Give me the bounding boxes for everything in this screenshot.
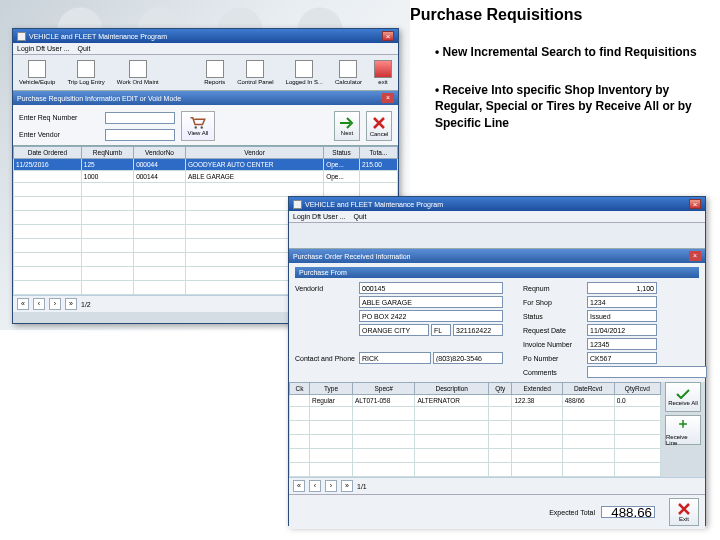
grid-header: CkTypeSpec#DescriptionQtyExtendedDateRcv… bbox=[290, 383, 661, 395]
titlebar[interactable]: VEHICLE and FLEET Maintenance Program × bbox=[289, 197, 705, 211]
menubar: Login Dft User ... Quit bbox=[13, 43, 398, 55]
grid-header: Date OrderedReqNumbVendorNoVendorStatusT… bbox=[14, 147, 398, 159]
field-pono[interactable] bbox=[587, 352, 657, 364]
vendor-addr1[interactable] bbox=[359, 310, 503, 322]
panel-close-icon[interactable]: × bbox=[689, 251, 701, 261]
close-icon[interactable]: × bbox=[689, 199, 701, 209]
table-row[interactable]: 11/25/2016125000044GOODYEAR AUTO CENTERO… bbox=[14, 159, 398, 171]
label-expected-total: Expected Total bbox=[549, 509, 595, 516]
tb-logged[interactable]: Logged In S... bbox=[286, 60, 323, 85]
pager-status: 1/1 bbox=[357, 483, 367, 490]
svg-point-0 bbox=[195, 126, 197, 128]
viewall-button[interactable]: View All bbox=[181, 111, 215, 141]
feature-bullets: • New Incremental Search to find Requisi… bbox=[435, 44, 705, 153]
label-invno: Invoice Number bbox=[523, 341, 583, 348]
page-title: Purchase Requisitions bbox=[410, 6, 583, 24]
field-status bbox=[587, 310, 657, 322]
plus-icon: ＋ bbox=[676, 415, 690, 433]
menu-quit[interactable]: Quit bbox=[354, 213, 367, 220]
tb-reports[interactable]: Reports bbox=[204, 60, 225, 85]
tb-exit[interactable]: exit bbox=[374, 60, 392, 85]
menu-quit[interactable]: Quit bbox=[78, 45, 91, 52]
arrow-right-icon bbox=[339, 117, 355, 129]
window-title: VEHICLE and FLEET Maintenance Program bbox=[29, 33, 167, 40]
window-po-received: VEHICLE and FLEET Maintenance Program × … bbox=[288, 196, 706, 526]
receive-all-button[interactable]: Receive All bbox=[665, 382, 701, 412]
pager-next-icon[interactable]: › bbox=[49, 298, 61, 310]
close-icon[interactable]: × bbox=[382, 31, 394, 41]
po-header-form: Purchase From VendorId Reqnum For Shop S… bbox=[289, 263, 705, 382]
search-form: Enter Req Number View All Next Cancel En… bbox=[13, 105, 398, 145]
input-vendorid[interactable] bbox=[359, 282, 503, 294]
pager-last-icon[interactable]: » bbox=[341, 480, 353, 492]
exit-button[interactable]: Exit bbox=[669, 498, 699, 526]
pager-prev-icon[interactable]: ‹ bbox=[33, 298, 45, 310]
menu-login[interactable]: Login Dft User ... bbox=[293, 213, 346, 220]
field-reqnum bbox=[587, 282, 657, 294]
panel-title: Purchase Order Received Information× bbox=[289, 249, 705, 263]
label-forshop: For Shop bbox=[523, 299, 583, 306]
pager-first-icon[interactable]: « bbox=[293, 480, 305, 492]
panel-title: Purchase Requisition Information EDIT or… bbox=[13, 91, 398, 105]
input-reqnum[interactable] bbox=[105, 112, 175, 124]
field-forshop[interactable] bbox=[587, 296, 657, 308]
menu-login[interactable]: Login Dft User ... bbox=[17, 45, 70, 52]
field-contact[interactable] bbox=[359, 352, 431, 364]
receive-buttons: Receive All ＋ Receive Line bbox=[665, 382, 701, 445]
pager-prev-icon[interactable]: ‹ bbox=[309, 480, 321, 492]
x-icon bbox=[677, 502, 691, 516]
label-contact: Contact and Phone bbox=[295, 355, 355, 362]
field-invno[interactable] bbox=[587, 338, 657, 350]
input-vendor[interactable] bbox=[105, 129, 175, 141]
label-vendor: Enter Vendor bbox=[19, 131, 99, 138]
lines-grid[interactable]: CkTypeSpec#DescriptionQtyExtendedDateRcv… bbox=[289, 382, 661, 477]
tb-vehicle[interactable]: Vehicle/Equip bbox=[19, 60, 55, 85]
panel-close-icon[interactable]: × bbox=[382, 93, 394, 103]
toolbar: Vehicle/Equip Trip Log Entry Work Ord Ma… bbox=[13, 55, 398, 91]
section-title: Purchase From bbox=[295, 267, 699, 278]
app-icon bbox=[293, 200, 302, 209]
pager-next-icon[interactable]: › bbox=[325, 480, 337, 492]
check-icon bbox=[676, 389, 690, 399]
table-row[interactable]: 1000000144ABLE GARAGEOpe... bbox=[14, 171, 398, 183]
tb-calc[interactable]: Calculator bbox=[335, 60, 362, 85]
tb-workord[interactable]: Work Ord Maint bbox=[117, 60, 159, 85]
label-comments: Comments bbox=[523, 369, 583, 376]
x-icon bbox=[372, 116, 386, 130]
pager-last-icon[interactable]: » bbox=[65, 298, 77, 310]
vendor-state[interactable] bbox=[431, 324, 451, 336]
label-status: Status bbox=[523, 313, 583, 320]
titlebar[interactable]: VEHICLE and FLEET Maintenance Program × bbox=[13, 29, 398, 43]
pager-first-icon[interactable]: « bbox=[17, 298, 29, 310]
pager-status: 1/2 bbox=[81, 301, 91, 308]
app-icon bbox=[17, 32, 26, 41]
receive-line-button[interactable]: ＋ Receive Line bbox=[665, 415, 701, 445]
window-title: VEHICLE and FLEET Maintenance Program bbox=[305, 201, 443, 208]
label-pono: Po Number bbox=[523, 355, 583, 362]
footer: Expected Total Exit bbox=[289, 494, 705, 529]
tb-triplog[interactable]: Trip Log Entry bbox=[67, 60, 104, 85]
table-row[interactable]: RegularALT071-058ALTERNATOR122.38488/660… bbox=[290, 395, 661, 407]
next-button[interactable]: Next bbox=[334, 111, 360, 141]
vendor-city[interactable] bbox=[359, 324, 429, 336]
menubar: Login Dft User ... Quit bbox=[289, 211, 705, 223]
tb-control[interactable]: Control Panel bbox=[237, 60, 273, 85]
cart-icon bbox=[189, 116, 207, 130]
field-comments[interactable] bbox=[587, 366, 707, 378]
toolbar bbox=[289, 223, 705, 249]
label-reqnum: Enter Req Number bbox=[19, 114, 99, 121]
vendor-name[interactable] bbox=[359, 296, 503, 308]
label-reqdate: Request Date bbox=[523, 327, 583, 334]
label-reqnum: Reqnum bbox=[523, 285, 583, 292]
field-phone[interactable] bbox=[433, 352, 503, 364]
bullet-1: • New Incremental Search to find Requisi… bbox=[435, 44, 705, 60]
cancel-button[interactable]: Cancel bbox=[366, 111, 392, 141]
bullet-2: • Receive Into specific Shop Inventory b… bbox=[435, 82, 705, 131]
field-expected-total bbox=[601, 506, 655, 518]
label-vendorid: VendorId bbox=[295, 285, 355, 292]
pager: « ‹ › » 1/1 bbox=[289, 477, 705, 494]
field-reqdate[interactable] bbox=[587, 324, 657, 336]
vendor-zip[interactable] bbox=[453, 324, 503, 336]
svg-point-1 bbox=[201, 126, 203, 128]
